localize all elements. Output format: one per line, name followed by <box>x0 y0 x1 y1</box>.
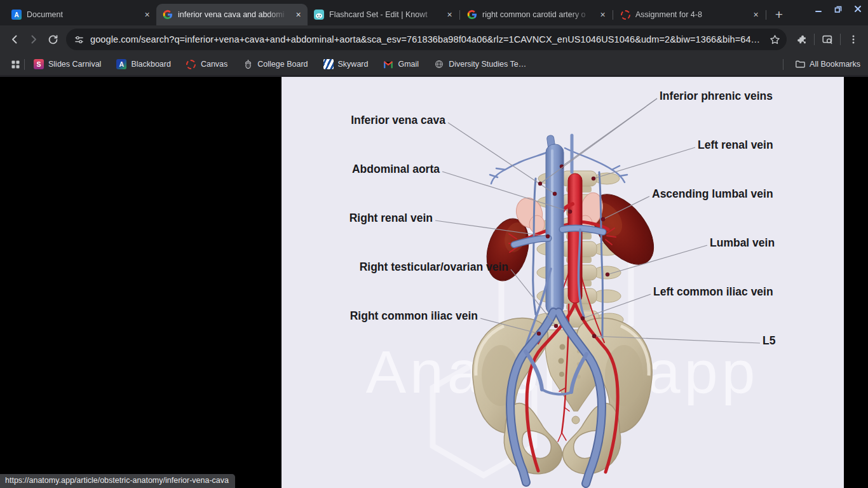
minimize-icon[interactable] <box>814 4 823 13</box>
tab-separator <box>766 10 766 20</box>
tab-0[interactable]: ADocument× <box>5 4 156 25</box>
bookmark-label: College Board <box>257 60 308 69</box>
blackboard-favicon-icon: A <box>116 59 126 69</box>
close-window-icon[interactable] <box>853 4 862 13</box>
tab-close-icon[interactable]: × <box>597 10 608 20</box>
figure-label: Right common iliac vein <box>350 308 478 323</box>
figure-label: Right renal vein <box>349 210 433 226</box>
skyward-favicon-icon <box>323 59 334 69</box>
bookmark-blackboard[interactable]: ABlackboard <box>116 59 171 69</box>
tab-close-icon[interactable]: × <box>142 10 153 20</box>
folder-icon <box>795 59 805 69</box>
status-bar-link: https://anatomy.app/article/obstetric-an… <box>0 474 235 488</box>
bookmark-acorn[interactable]: College Board <box>243 59 308 69</box>
tab-title: inferior vena cava and abdomi <box>178 10 288 19</box>
globe-favicon-icon <box>434 59 444 69</box>
tab-separator <box>459 10 460 20</box>
tab-title: Document <box>27 10 137 19</box>
bookmark-label: Gmail <box>398 60 419 69</box>
bookmark-canvas[interactable]: Canvas <box>186 59 227 69</box>
tab-close-icon[interactable]: × <box>444 10 455 20</box>
bookmarks-bar: SSlides CarnivalABlackboardCanvasCollege… <box>0 53 868 75</box>
figure-label: L5 <box>763 333 775 348</box>
menu-three-dots-icon[interactable] <box>844 30 863 49</box>
bookmarks-divider <box>783 59 783 70</box>
toolbar-divider <box>814 34 815 45</box>
tab-close-icon[interactable]: × <box>750 10 761 20</box>
figure-label: Abdominal aorta <box>352 161 440 177</box>
figure-label: Inferior phrenic veins <box>660 88 773 104</box>
url-text[interactable]: google.com/search?q=inferior+vena+cava+a… <box>90 34 766 44</box>
restore-icon[interactable] <box>834 4 843 13</box>
bookmark-label: Blackboard <box>131 60 171 69</box>
tab-strip: ADocument×inferior vena cava and abdomi×… <box>0 0 868 25</box>
toolbar-divider <box>840 34 841 45</box>
slides-carnival-favicon-icon: S <box>34 59 44 69</box>
bookmark-label: Canvas <box>201 60 227 69</box>
tab-active[interactable]: inferior vena cava and abdomi× <box>156 4 308 25</box>
tab-4[interactable]: Assignment for 4-8× <box>614 4 765 25</box>
url-omnibox[interactable]: google.com/search?q=inferior+vena+cava+a… <box>66 29 787 50</box>
bookmarks-divider <box>24 59 25 70</box>
all-bookmarks-button[interactable]: All Bookmarks <box>795 59 860 69</box>
navigation-toolbar: google.com/search?q=inferior+vena+cava+a… <box>0 25 868 53</box>
window-controls <box>814 4 862 13</box>
knowt-favicon-icon <box>314 10 324 20</box>
tab-title: right common carotid artery o <box>482 10 592 19</box>
bookmark-gmail[interactable]: Gmail <box>383 59 419 69</box>
bookmark-star-icon[interactable] <box>766 31 783 48</box>
tab-title: Assignment for 4-8 <box>635 10 745 19</box>
college-board-acorn-icon <box>243 59 253 69</box>
gmail-favicon-icon <box>383 59 393 69</box>
figure-label: Left common iliac vein <box>653 284 773 299</box>
bookmark-slides[interactable]: SSlides Carnival <box>34 59 101 69</box>
figure-label: Inferior vena cava <box>351 112 445 128</box>
document-favicon-icon: A <box>11 10 22 20</box>
anatomy-image-panel[interactable]: Anatomy.app <box>281 77 844 488</box>
google-favicon-icon <box>163 10 173 20</box>
figure-label: Lumbal vein <box>710 235 775 250</box>
bookmark-globe[interactable]: Diversity Studies Te… <box>434 59 526 69</box>
google-favicon-icon <box>467 10 477 20</box>
all-bookmarks-label: All Bookmarks <box>810 60 860 69</box>
tab-close-icon[interactable]: × <box>293 10 304 20</box>
bookmark-skyward[interactable]: Skyward <box>323 59 369 69</box>
tab-title: Flashcard Set - Edit | Knowt <box>329 10 439 19</box>
figure-label: Ascending lumbal vein <box>652 186 773 201</box>
status-url: https://anatomy.app/article/obstetric-an… <box>5 476 229 485</box>
back-icon[interactable] <box>5 30 24 49</box>
page-content: Anatomy.app <box>0 75 868 488</box>
tab-3[interactable]: right common carotid artery o× <box>461 4 612 25</box>
bookmark-label: Diversity Studies Te… <box>449 60 526 69</box>
canvas-favicon-icon <box>186 59 196 69</box>
tab-search-icon[interactable] <box>818 30 837 49</box>
reload-icon[interactable] <box>43 30 62 49</box>
bookmark-label: Slides Carnival <box>48 60 101 69</box>
tab-separator <box>613 10 613 20</box>
figure-label: Left renal vein <box>698 137 773 152</box>
new-tab-button[interactable]: + <box>770 5 789 24</box>
extensions-puzzle-icon[interactable] <box>792 30 811 49</box>
site-info-icon[interactable] <box>74 34 85 45</box>
bookmark-label: Skyward <box>338 60 369 69</box>
figure-label: Right testicular/ovarian vein <box>360 259 508 274</box>
canvas-favicon-icon <box>620 10 630 20</box>
tab-2[interactable]: Flashcard Set - Edit | Knowt× <box>308 4 459 25</box>
apps-grid-icon[interactable] <box>8 57 23 72</box>
forward-icon[interactable] <box>24 30 43 49</box>
